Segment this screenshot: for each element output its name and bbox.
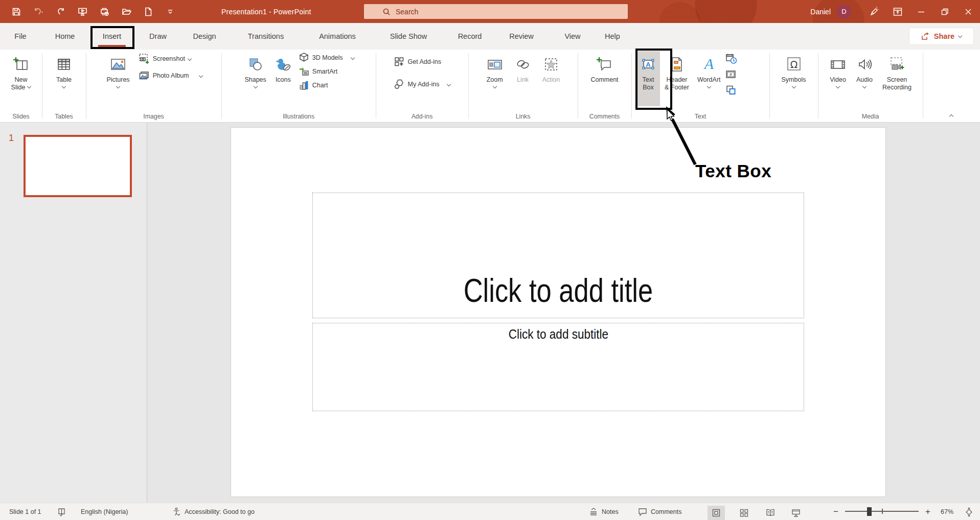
spellcheck-icon[interactable] <box>57 503 66 520</box>
slide-indicator[interactable]: Slide 1 of 1 <box>9 503 41 520</box>
group-label-text: Text <box>631 113 769 120</box>
group-illustrations: Shapes Icons 3D Models SmartArt <box>221 50 376 123</box>
tab-slide-show[interactable]: Slide Show <box>387 23 430 50</box>
omega-symbol-icon: Ω <box>785 54 803 75</box>
tab-animations[interactable]: Animations <box>316 23 359 50</box>
group-label-media: Media <box>818 113 923 120</box>
chevron-down-icon <box>116 84 120 88</box>
3d-models-button[interactable]: 3D Models <box>297 52 356 63</box>
audio-button[interactable]: Audio <box>852 51 877 106</box>
title-placeholder[interactable]: Click to add title <box>312 193 804 318</box>
tab-draw[interactable]: Draw <box>146 23 170 50</box>
close-button[interactable] <box>956 0 980 23</box>
restore-button[interactable] <box>933 0 956 23</box>
tab-home[interactable]: Home <box>52 23 78 50</box>
chevron-down-icon <box>198 74 202 78</box>
svg-text:Ω: Ω <box>790 59 797 70</box>
view-slideshow-button[interactable] <box>787 506 805 520</box>
new-file-icon[interactable] <box>143 7 153 17</box>
view-reading-button[interactable] <box>762 506 779 520</box>
share-icon <box>921 32 930 40</box>
accessibility-status[interactable]: Accessibility: Good to go <box>172 503 255 520</box>
view-slide-sorter-button[interactable] <box>735 506 753 520</box>
notes-toggle[interactable]: Notes <box>589 503 619 520</box>
customize-qat-chevron[interactable] <box>165 7 175 17</box>
screenshot-button[interactable]: Screenshot <box>136 53 204 64</box>
shapes-button[interactable]: Shapes <box>241 51 269 106</box>
my-addins-button[interactable]: My Add-ins <box>392 79 453 90</box>
new-slide-icon <box>13 54 29 75</box>
get-addins-icon <box>394 56 405 67</box>
action-icon <box>543 54 559 75</box>
slide-thumbnail-panel: 1 <box>0 123 147 503</box>
tab-design[interactable]: Design <box>190 23 219 50</box>
tab-transitions[interactable]: Transitions <box>245 23 287 50</box>
ribbon-display-options-icon[interactable] <box>886 0 909 23</box>
print-preview-icon[interactable] <box>99 7 109 17</box>
smartart-button[interactable]: SmartArt <box>297 66 356 77</box>
slide-canvas[interactable]: Click to add title Click to add subtitle <box>231 128 885 497</box>
tab-file[interactable]: File <box>11 23 29 50</box>
chart-icon <box>299 80 309 90</box>
photo-album-icon <box>139 70 150 81</box>
pictures-button[interactable]: Pictures <box>103 51 133 106</box>
text-box-button[interactable]: A TextBox <box>636 51 660 106</box>
zoom-slider-thumb[interactable] <box>867 507 872 516</box>
icons-button[interactable]: Icons <box>271 51 295 106</box>
minimize-button[interactable] <box>909 0 933 23</box>
wordart-button[interactable]: A WordArt <box>694 51 724 106</box>
object-button[interactable] <box>725 85 737 98</box>
get-addins-button[interactable]: Get Add-ins <box>392 56 453 67</box>
avatar[interactable]: D <box>837 5 851 19</box>
tab-help[interactable]: Help <box>602 23 623 50</box>
open-folder-icon[interactable] <box>121 7 131 17</box>
group-label-addins: Add-ins <box>376 113 468 120</box>
feedback-pen-icon[interactable] <box>862 0 886 23</box>
photo-album-button[interactable]: Photo Album <box>136 70 204 81</box>
tab-record[interactable]: Record <box>455 23 485 50</box>
tab-view[interactable]: View <box>561 23 583 50</box>
slide-thumbnail[interactable] <box>24 135 132 197</box>
group-images: Pictures Screenshot Photo Album Images <box>86 50 221 123</box>
slide-number-button[interactable]: # <box>725 69 737 82</box>
my-addins-icon <box>394 79 405 90</box>
share-button[interactable]: Share <box>909 28 974 45</box>
header-footer-button[interactable]: Header& Footer <box>661 51 693 106</box>
chevron-down-icon <box>27 84 31 88</box>
zoom-out-button[interactable]: − <box>833 503 838 520</box>
table-button[interactable]: Table <box>52 51 76 106</box>
new-slide-button[interactable]: New Slide <box>8 51 35 106</box>
subtitle-placeholder[interactable]: Click to add subtitle <box>312 323 804 411</box>
redo-icon[interactable] <box>55 7 65 17</box>
zoom-button[interactable]: Zoom <box>483 51 507 106</box>
fit-slide-to-window-button[interactable] <box>964 503 974 520</box>
tab-review[interactable]: Review <box>506 23 537 50</box>
group-label-tables: Tables <box>42 113 86 120</box>
annotation-label: Text Box <box>695 161 771 181</box>
collapse-ribbon-chevron[interactable] <box>950 111 958 117</box>
chart-button[interactable]: Chart <box>297 80 356 90</box>
start-slideshow-icon[interactable] <box>77 7 87 17</box>
view-normal-button[interactable] <box>708 506 725 520</box>
search-input[interactable] <box>396 8 549 16</box>
group-comments: Comment Comments <box>578 50 631 123</box>
save-icon[interactable] <box>11 7 21 17</box>
quick-access-toolbar <box>0 7 175 17</box>
date-time-button[interactable] <box>725 53 737 66</box>
search-box[interactable] <box>364 4 628 19</box>
language-indicator[interactable]: English (Nigeria) <box>81 503 128 520</box>
group-symbols: Ω Symbols <box>769 50 818 123</box>
chevron-down-icon <box>492 84 496 88</box>
zoom-in-button[interactable]: + <box>925 503 930 520</box>
symbols-button[interactable]: Ω Symbols <box>778 51 810 106</box>
comment-button[interactable]: Comment <box>587 51 622 106</box>
chevron-down-icon <box>350 55 354 59</box>
comments-toggle[interactable]: Comments <box>638 503 681 520</box>
group-text: A TextBox Header& Footer A WordArt <box>631 50 769 123</box>
tab-insert[interactable]: Insert <box>100 23 124 50</box>
subtitle-placeholder-text: Click to add subtitle <box>508 323 608 342</box>
undo-icon[interactable] <box>33 7 43 17</box>
screen-recording-button[interactable]: ScreenRecording <box>879 51 915 106</box>
zoom-level[interactable]: 67% <box>941 503 953 520</box>
video-button[interactable]: Video <box>826 51 850 106</box>
